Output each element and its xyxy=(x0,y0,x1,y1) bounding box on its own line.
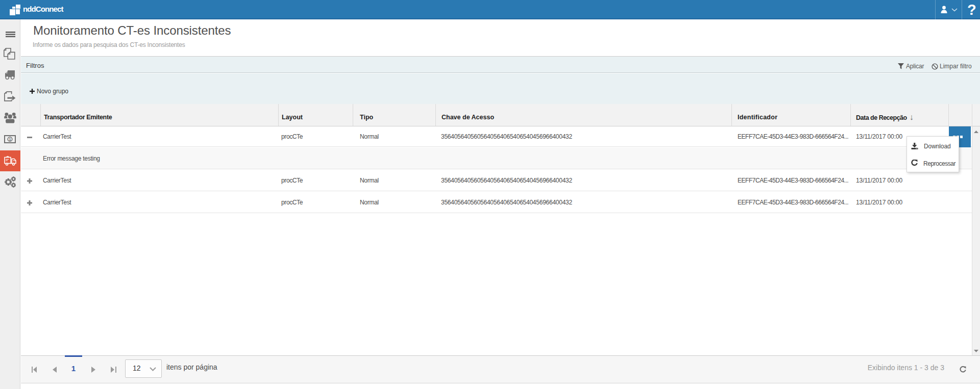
svg-text:1: 1 xyxy=(9,137,11,142)
